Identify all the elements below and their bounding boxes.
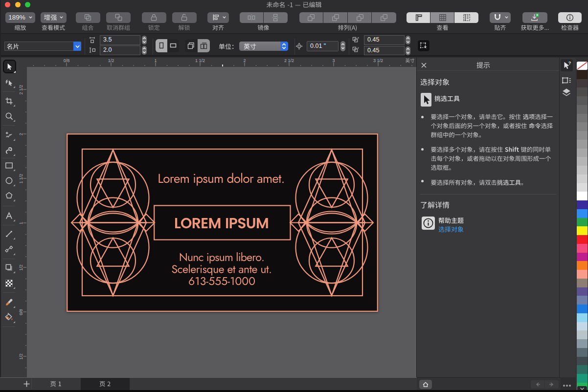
svg-text:?: ? xyxy=(568,60,571,65)
